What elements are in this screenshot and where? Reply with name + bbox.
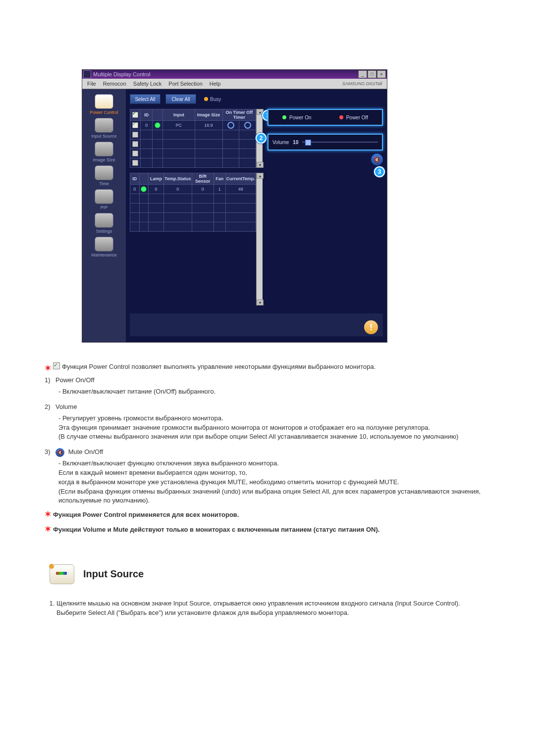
row-checkbox[interactable]: [132, 132, 138, 138]
scroll-down-icon[interactable]: ▼: [257, 300, 264, 305]
sidebar-item-label: Maintenance: [82, 252, 126, 257]
cell-br-sensor: 0: [192, 185, 214, 194]
cell-current-temp: 49: [225, 185, 256, 194]
table-row[interactable]: [130, 158, 256, 168]
scroll-up-icon[interactable]: ▲: [257, 173, 264, 179]
lower-scrollbar[interactable]: ▲ ▼: [256, 173, 263, 305]
menu-remocon[interactable]: Remocon: [103, 81, 126, 87]
lower-table: ID Lamp Temp.Status B/R Sensor Fan Curre…: [130, 173, 256, 232]
red-star-icon: ✶: [45, 362, 51, 374]
cell-temp-status: 0: [163, 185, 192, 194]
sidebar-item-label: Image Size: [82, 157, 126, 162]
input-source-icon: [95, 118, 113, 133]
sidebar: Power Control Input Source Image Size Ti…: [82, 89, 126, 342]
alert-icon[interactable]: !: [364, 320, 378, 334]
sidebar-item-label: Time: [82, 181, 126, 186]
item-title: Power On/Off: [55, 376, 490, 385]
red-star-icon: ✶: [45, 510, 51, 518]
cell-lamp: 0: [149, 185, 164, 194]
item-sub: когда в выбранном мониторе уже установле…: [45, 478, 490, 487]
col-id: ID: [141, 109, 152, 121]
row-checkbox[interactable]: [132, 141, 138, 147]
volume-slider[interactable]: [302, 142, 378, 143]
item-sub: - Включает/выключает питание (On/Off) вы…: [45, 387, 490, 397]
cell-fan: 1: [214, 185, 225, 194]
on-timer-icon: [227, 122, 234, 129]
maximize-button[interactable]: □: [368, 70, 376, 78]
table-row[interactable]: [130, 222, 256, 232]
off-timer-icon: [244, 122, 251, 129]
volume-thumb[interactable]: [305, 140, 311, 146]
note-text: Функции Volume и Mute действуют только в…: [53, 526, 379, 533]
table-row[interactable]: 0 0 0 0 1 49: [130, 185, 256, 194]
table-row[interactable]: [130, 203, 256, 213]
item-sub: Эта функция принимает значение громкости…: [45, 423, 490, 433]
status-dot-icon: [155, 122, 160, 128]
main-panel: Select All Clear All Busy ID: [126, 89, 387, 342]
list-number: 1): [45, 376, 55, 385]
power-off-button[interactable]: Power Off: [339, 115, 368, 120]
menu-safety-lock[interactable]: Safety Lock: [133, 81, 161, 87]
volume-box: Volume 10: [268, 134, 383, 151]
table-row[interactable]: [130, 194, 256, 203]
menu-file[interactable]: File: [87, 81, 96, 87]
item-sub: (В случае отмены выбранного значения или…: [45, 432, 490, 442]
menu-port-selection[interactable]: Port Selection: [168, 81, 202, 87]
select-all-button[interactable]: Select All: [130, 94, 160, 104]
sidebar-item-label: Settings: [82, 229, 126, 234]
table-row[interactable]: 0 PC 16:9: [130, 121, 256, 130]
paragraph: Выберите Select All ("Выбрать все") или …: [56, 609, 349, 616]
scroll-down-icon[interactable]: ▼: [257, 162, 264, 168]
sidebar-item-time[interactable]: Time: [82, 163, 126, 187]
table-row[interactable]: [130, 213, 256, 222]
col-lamp: Lamp: [149, 173, 164, 185]
header-checkbox[interactable]: [132, 112, 138, 118]
app-icon: [83, 70, 91, 78]
settings-icon: [95, 213, 113, 228]
list-item: Щелкните мышью на основном значке Input …: [56, 599, 490, 618]
sidebar-item-image-size[interactable]: Image Size: [82, 140, 126, 163]
mute-icon[interactable]: 🔇: [371, 153, 383, 165]
mute-icon: 🔇: [55, 448, 64, 457]
sidebar-item-power-control[interactable]: Power Control: [82, 92, 126, 116]
row-checkbox[interactable]: [132, 122, 138, 128]
cell-id: 0: [141, 121, 152, 130]
sidebar-item-label: Input Source: [82, 134, 126, 139]
busy-indicator: Busy: [204, 97, 221, 102]
sidebar-item-settings[interactable]: Settings: [82, 211, 126, 235]
sidebar-item-pip[interactable]: PIP: [82, 187, 126, 211]
menu-help[interactable]: Help: [210, 81, 221, 87]
callout-2: 2: [256, 133, 267, 144]
col-timer: On Timer Off Timer: [222, 109, 256, 121]
col-id: ID: [130, 173, 140, 185]
minimize-button[interactable]: _: [358, 70, 367, 78]
menubar: File Remocon Safety Lock Port Selection …: [82, 79, 387, 89]
cell-image-size: 16:9: [195, 121, 222, 130]
toolbar: Select All Clear All Busy: [130, 94, 383, 104]
sidebar-item-input-source[interactable]: Input Source: [82, 116, 126, 140]
table-row[interactable]: [130, 149, 256, 158]
clear-all-button[interactable]: Clear All: [165, 94, 196, 104]
close-button[interactable]: ×: [377, 70, 386, 78]
maintenance-icon: [95, 237, 113, 252]
brand-label: SAMSUNG DIGITall: [342, 81, 382, 86]
table-row[interactable]: [130, 130, 256, 140]
table-row[interactable]: [130, 140, 256, 149]
power-off-led-icon: [339, 115, 343, 119]
row-checkbox[interactable]: [132, 151, 138, 156]
col-br-sensor: B/R Sensor: [192, 173, 214, 185]
col-status: [139, 173, 149, 185]
list-number: 2): [45, 403, 55, 412]
volume-label: Volume: [272, 140, 289, 145]
app-window: Multiple Display Control _ □ × File Remo…: [82, 69, 387, 343]
power-on-label: Power On: [289, 115, 311, 120]
power-on-button[interactable]: Power On: [282, 115, 311, 120]
pip-icon: [95, 189, 113, 204]
row-checkbox[interactable]: [132, 160, 138, 166]
section-heading: Input Source: [83, 567, 144, 581]
sidebar-item-maintenance[interactable]: Maintenance: [82, 235, 126, 258]
col-status: [152, 109, 162, 121]
item-title: Mute On/Off: [68, 448, 104, 455]
item-title: Volume: [55, 403, 490, 412]
sidebar-item-label: PIP: [82, 205, 126, 210]
